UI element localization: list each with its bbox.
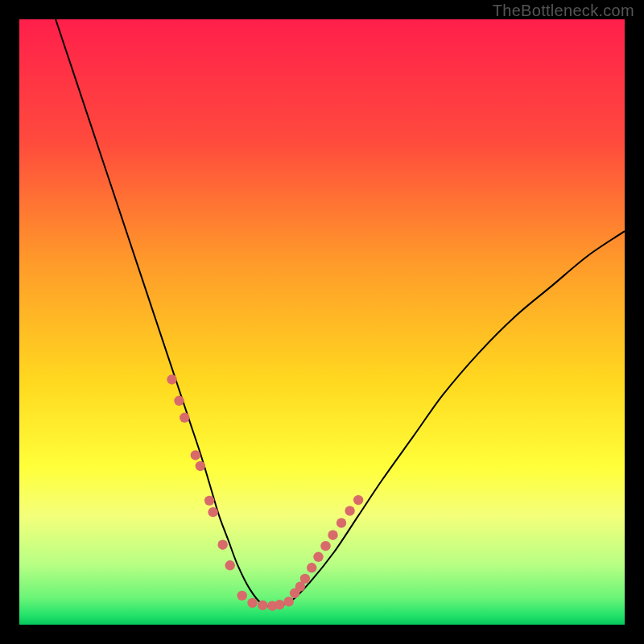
data-point <box>225 560 234 570</box>
watermark-text: TheBottleneck.com <box>493 2 634 20</box>
data-point <box>180 413 189 423</box>
data-point <box>258 601 267 610</box>
data-point <box>204 496 214 506</box>
data-point <box>191 450 200 460</box>
data-point <box>167 374 176 384</box>
data-point <box>313 552 323 562</box>
data-point <box>300 574 310 584</box>
chart-frame <box>19 19 625 625</box>
data-point <box>237 591 247 601</box>
data-point <box>174 396 184 406</box>
bottleneck-chart <box>19 19 625 625</box>
data-point <box>283 597 293 606</box>
data-point <box>353 495 363 505</box>
data-point <box>328 530 337 540</box>
data-point <box>336 518 346 527</box>
data-point <box>217 540 227 550</box>
gradient-background <box>19 19 625 625</box>
data-point <box>307 563 316 572</box>
data-point <box>320 541 330 551</box>
data-point <box>196 461 205 471</box>
data-point <box>208 507 217 517</box>
data-point <box>275 600 284 609</box>
data-point <box>345 506 354 515</box>
data-point <box>247 598 257 608</box>
